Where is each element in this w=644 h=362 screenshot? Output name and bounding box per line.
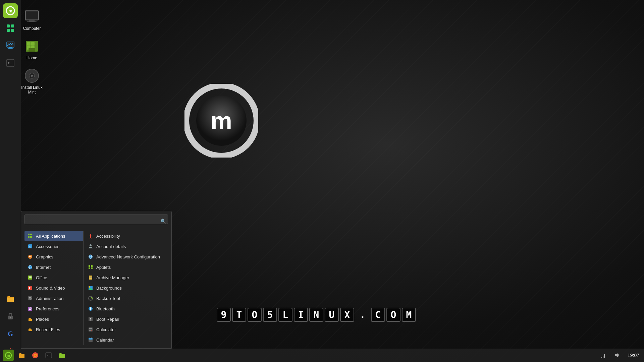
- menu-category-accessories[interactable]: ☆ Accessories: [24, 241, 83, 251]
- applets-label: Applets: [96, 265, 111, 270]
- taskbar-firefox[interactable]: [30, 350, 41, 361]
- sidebar-item-apps[interactable]: [3, 21, 18, 36]
- svg-rect-47: [29, 278, 31, 278]
- archive-label: Archive Manager: [96, 275, 129, 280]
- menu-app-account[interactable]: Account details: [85, 241, 168, 251]
- svg-rect-23: [9, 47, 12, 48]
- places-label: Places: [36, 317, 49, 322]
- sound-icon: [27, 285, 33, 291]
- taskbar-files[interactable]: [16, 350, 28, 361]
- svg-rect-85: [91, 330, 92, 330]
- svg-rect-32: [28, 234, 30, 235]
- taskbar-folder[interactable]: [56, 350, 68, 361]
- svg-rect-68: [91, 267, 93, 269]
- preferences-icon: [27, 306, 33, 312]
- graphics-icon: [27, 254, 33, 260]
- menu-category-sound[interactable]: Sound & Video: [24, 283, 83, 293]
- menu-app-archive[interactable]: Archive Manager: [85, 273, 168, 283]
- svg-rect-20: [7, 29, 10, 32]
- svg-rect-70: [89, 276, 92, 277]
- taskbar-time: 19:07: [626, 353, 641, 358]
- backup-label: Backup Tool: [96, 296, 120, 301]
- menu-category-preferences[interactable]: Preferences: [24, 304, 83, 314]
- menu-category-office[interactable]: Office: [24, 273, 83, 283]
- desktop-icon-computer[interactable]: Computer: [17, 7, 47, 33]
- sidebar-item-sysmon[interactable]: [3, 38, 18, 53]
- network-label: Advanced Network Configuration: [96, 254, 160, 259]
- calculator-label: Calculator: [96, 327, 116, 332]
- boot-icon: !: [88, 316, 94, 322]
- sidebar-item-files[interactable]: [3, 292, 18, 306]
- office-icon: [27, 275, 33, 281]
- svg-rect-18: [7, 24, 10, 27]
- svg-rect-72: [90, 278, 92, 278]
- watermark-char: L: [278, 308, 292, 322]
- svg-text:m: m: [211, 107, 232, 134]
- menu-app-accessibility[interactable]: Accessibility: [85, 231, 168, 241]
- menu-category-all[interactable]: All Applications: [24, 231, 83, 241]
- sound-label: Sound & Video: [36, 286, 65, 291]
- desktop-icon-home[interactable]: Home: [17, 36, 47, 62]
- svg-rect-35: [30, 236, 32, 238]
- menu-app-boot[interactable]: ! Boot Repair: [85, 314, 168, 324]
- mint-logo: m: [184, 84, 258, 158]
- svg-rect-66: [91, 265, 93, 267]
- start-menu: 🔍 All Applications: [21, 211, 172, 349]
- desktop-icon-install-label: Install Linux Mint: [19, 85, 45, 95]
- accessories-label: Accessories: [36, 244, 59, 249]
- taskbar-volume[interactable]: [611, 350, 623, 361]
- search-icon[interactable]: 🔍: [160, 219, 166, 224]
- taskbar-terminal[interactable]: >_: [43, 350, 54, 361]
- watermark-char: X: [340, 308, 354, 322]
- menu-app-backup[interactable]: Backup Tool: [85, 293, 168, 303]
- svg-rect-83: [89, 330, 90, 330]
- desktop-icon-install[interactable]: Install Linux Mint: [17, 66, 47, 97]
- search-wrapper: 🔍: [24, 215, 168, 228]
- svg-point-78: [89, 307, 93, 311]
- calendar-icon: [88, 337, 94, 343]
- svg-line-60: [91, 237, 92, 238]
- svg-point-29: [10, 317, 11, 318]
- svg-point-94: [35, 355, 36, 356]
- menu-category-places[interactable]: Places: [24, 314, 83, 324]
- menu-category-graphics[interactable]: Graphics: [24, 252, 83, 262]
- recent-icon: [27, 326, 33, 333]
- menu-category-internet[interactable]: Internet: [24, 262, 83, 272]
- svg-text:!: !: [90, 317, 91, 321]
- menu-category-recent[interactable]: Recent Files: [24, 324, 83, 335]
- taskbar-network[interactable]: [597, 350, 609, 361]
- internet-label: Internet: [36, 265, 51, 270]
- watermark-char: M: [402, 308, 416, 322]
- account-icon: [88, 243, 94, 249]
- sidebar-item-mint[interactable]: m: [3, 3, 18, 18]
- svg-rect-67: [89, 267, 90, 269]
- search-input[interactable]: [24, 215, 168, 224]
- sidebar-item-google[interactable]: G: [3, 326, 18, 341]
- menu-app-applets[interactable]: Applets: [85, 262, 168, 272]
- menu-app-calendar[interactable]: Calendar: [85, 335, 168, 345]
- svg-rect-45: [29, 277, 32, 277]
- menu-app-bluetooth[interactable]: Bluetooth: [85, 304, 168, 314]
- svg-text:m: m: [7, 353, 10, 357]
- menu-category-administration[interactable]: Administration: [24, 293, 83, 303]
- backup-icon: [88, 295, 94, 301]
- desktop-icons: Computer Home Install Linux Mint: [17, 7, 47, 97]
- sidebar-item-lock[interactable]: [3, 309, 18, 324]
- accessibility-icon: [88, 233, 94, 239]
- svg-point-15: [31, 75, 33, 77]
- menu-app-calculator[interactable]: Calculator: [85, 324, 168, 335]
- calculator-icon: [88, 326, 94, 333]
- svg-rect-99: [604, 354, 605, 358]
- menu-app-network[interactable]: Advanced Network Configuration: [85, 252, 168, 262]
- taskbar-start-button[interactable]: m: [3, 350, 14, 361]
- watermark-char: T: [232, 308, 246, 322]
- menu-app-backgrounds[interactable]: Backgrounds: [85, 283, 168, 293]
- svg-rect-82: [89, 328, 92, 329]
- menu-apps-list: Accessibility Account details: [83, 231, 168, 345]
- svg-rect-5: [29, 20, 35, 21]
- svg-rect-6: [27, 21, 37, 22]
- backgrounds-label: Backgrounds: [96, 286, 122, 291]
- watermark-char: O: [386, 308, 400, 322]
- sidebar-item-terminal[interactable]: >_: [3, 56, 18, 70]
- svg-rect-21: [11, 29, 14, 32]
